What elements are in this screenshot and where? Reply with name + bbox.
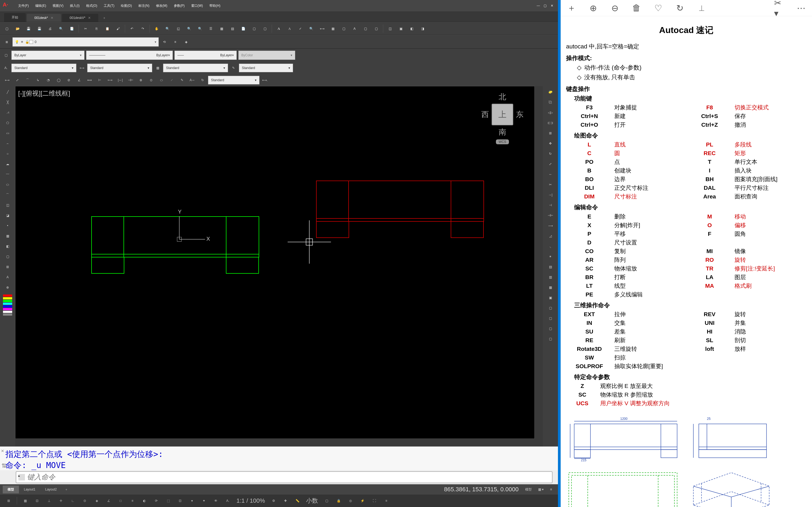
polygon-icon[interactable]: ⬠	[3, 118, 12, 128]
dim-arc-icon[interactable]: ⌒	[23, 75, 33, 85]
centermark-icon[interactable]: ⊙	[146, 75, 156, 85]
dimstyle-drop-icon[interactable]: ⟷	[78, 64, 86, 72]
menu-window[interactable]: 窗口(W)	[188, 3, 206, 8]
erase-icon[interactable]: 🧽	[546, 87, 555, 97]
3d-osnap-icon[interactable]: ⬚	[163, 495, 173, 506]
mtextbox-icon[interactable]: ▢	[360, 23, 370, 34]
color-dropdown[interactable]: ByLayer▾	[11, 51, 85, 60]
wcs-label[interactable]: WCS	[496, 139, 509, 144]
menu-draw[interactable]: 绘图(D)	[117, 3, 135, 8]
notes-content[interactable]: Autocad 速记 autocad 中,回车=空格=确定 操作模式: ◇动作-…	[561, 16, 812, 507]
selection-cycle-icon[interactable]: ⟳	[151, 495, 162, 506]
infer-constraints-icon[interactable]: ⊥	[44, 495, 54, 506]
tab-doc2[interactable]: 001deskV*✕	[62, 14, 98, 22]
rectangle-icon[interactable]: ▭	[3, 128, 12, 138]
tablestyle-icon[interactable]: ▦	[154, 64, 161, 72]
text-scale-icon[interactable]: ▢	[371, 23, 382, 34]
trim-icon[interactable]: ✂	[546, 180, 555, 189]
quick-props-icon[interactable]: ▢	[321, 495, 332, 506]
lineweight-dropdown[interactable]: ——ByLayer▾	[174, 51, 237, 60]
menu-tools[interactable]: 工具(T)	[100, 3, 117, 8]
dim-aligned-icon[interactable]: ⤢	[12, 75, 22, 85]
revision-cloud-icon[interactable]: ☁	[3, 159, 12, 169]
viewcube[interactable]: 北 西 上 东 南 WCS	[481, 92, 523, 144]
paste-icon[interactable]: 📋	[102, 23, 112, 34]
viewcube-south[interactable]: 南	[481, 127, 523, 137]
status-menu-icon[interactable]: ≡	[547, 486, 555, 493]
transparency-icon[interactable]: ◐	[139, 495, 150, 506]
fillet-icon[interactable]: ◟	[546, 241, 555, 251]
zoom-in-icon[interactable]: ⊕	[588, 3, 599, 13]
menu-view[interactable]: 视图(V)	[49, 3, 67, 8]
drawing-canvas[interactable]: [-][俯视][二维线框] 北 西 上 东 南 WCS	[15, 86, 535, 439]
dim-linear-icon[interactable]: ⟷	[2, 75, 12, 85]
selection-filter-icon[interactable]: ▾	[187, 495, 197, 506]
text-style-icon[interactable]: A	[349, 23, 360, 34]
cut-icon[interactable]: ✂	[81, 23, 91, 34]
divider[interactable]	[558, 0, 561, 507]
viewcube-face[interactable]: 上	[492, 104, 513, 125]
prop-palette-icon[interactable]: ▤	[546, 262, 555, 272]
zoom-out-icon[interactable]: ⊖	[609, 3, 620, 13]
insert-block-icon[interactable]: ◫	[3, 200, 12, 210]
zoom-realtime-icon[interactable]: 🔍	[162, 23, 172, 34]
mirror-icon[interactable]: ◁▷	[546, 108, 555, 117]
coordinate-display[interactable]: 865.3861, 153.7315, 0.0000	[441, 486, 522, 493]
block4-icon[interactable]: ◨	[417, 23, 428, 34]
ellipse-arc-icon[interactable]: ⌒	[3, 190, 12, 200]
dynamic-input-icon[interactable]: ✛	[55, 495, 66, 506]
viewcube-west[interactable]: 西	[481, 109, 489, 120]
tolerance-icon[interactable]: ⊕	[136, 75, 146, 85]
customize-icon[interactable]: ≡	[381, 495, 392, 506]
dim-break-icon[interactable]: ⊣⊢	[126, 75, 136, 85]
undo-icon[interactable]: ↶	[127, 23, 137, 34]
dim-ordinate-icon[interactable]: ↳	[33, 75, 43, 85]
layout-tab-model[interactable]: 模型	[3, 486, 19, 494]
join-icon[interactable]: ⟶	[546, 221, 555, 231]
snap-mode-icon[interactable]: ⊡	[32, 495, 43, 506]
anno-vis-icon[interactable]: 👁	[210, 495, 221, 506]
close-button[interactable]: ✕	[549, 4, 555, 8]
quickcalc-icon[interactable]: ▢	[260, 23, 270, 34]
units-icon[interactable]: 📏	[292, 495, 303, 506]
viewport-label[interactable]: [-][俯视][二维线框]	[18, 89, 70, 98]
command-history[interactable]: ✕ ⇅ 指定第二个点或 <使用第一个点作为位移>: 命令: _u MOVE	[0, 447, 558, 470]
lock-ui-icon[interactable]: 🔒	[333, 495, 344, 506]
zoom-window-icon[interactable]: ◱	[173, 23, 183, 34]
dimstyle-icon[interactable]: ⟷	[317, 23, 327, 34]
circle-icon[interactable]: ○	[3, 149, 12, 159]
viewcube-east[interactable]: 东	[516, 109, 523, 120]
cmd-handle-icon[interactable]: ⇅	[2, 460, 6, 470]
osnap-icon[interactable]: □	[115, 495, 126, 506]
construction-line-icon[interactable]: ╳	[3, 98, 12, 107]
stretch-icon[interactable]: ↔	[546, 169, 555, 179]
grid-icon[interactable]: ▦	[20, 495, 31, 506]
gradient-icon[interactable]: ◧	[3, 241, 12, 251]
linetype-dropdown[interactable]: —————ByLayer▾	[86, 51, 173, 60]
explode-icon[interactable]: ✴	[546, 252, 555, 262]
minimize-button[interactable]: —	[535, 4, 542, 8]
copy-icon[interactable]: ⎘	[91, 23, 102, 34]
region-icon[interactable]: ▢	[3, 252, 12, 262]
print-icon[interactable]: 🖨	[45, 23, 55, 34]
delete-icon[interactable]: 🗑	[631, 3, 642, 13]
markup-mgr-icon[interactable]: ▢	[546, 303, 555, 313]
dim-space-icon[interactable]: |↔|	[115, 75, 125, 85]
arc-icon[interactable]: ⌢	[3, 138, 12, 148]
ellipse-icon[interactable]: ⬭	[3, 180, 12, 189]
pan-icon[interactable]: ✋	[151, 23, 162, 34]
units-label[interactable]: 小数	[304, 497, 320, 505]
dimstyle-dropdown[interactable]: Standard▾	[87, 64, 152, 72]
markup-icon[interactable]: ▢	[249, 23, 259, 34]
iso-draft-icon[interactable]: ◈	[91, 495, 102, 506]
dimedit-icon[interactable]: ✎	[177, 75, 187, 85]
color-palette[interactable]	[3, 294, 12, 316]
find-icon[interactable]: 🔍	[306, 23, 316, 34]
layer-mgr-icon[interactable]: ≣	[2, 37, 12, 47]
hwaccel-icon[interactable]: ⚡	[357, 495, 368, 506]
menu-param[interactable]: 参数(P)	[171, 3, 188, 8]
layout-tab-2[interactable]: Layout2	[40, 486, 62, 493]
text-a2-icon[interactable]: A	[285, 23, 295, 34]
model-space-icon[interactable]: ⊞	[3, 495, 14, 506]
crop-icon[interactable]: ⟂	[696, 3, 707, 13]
